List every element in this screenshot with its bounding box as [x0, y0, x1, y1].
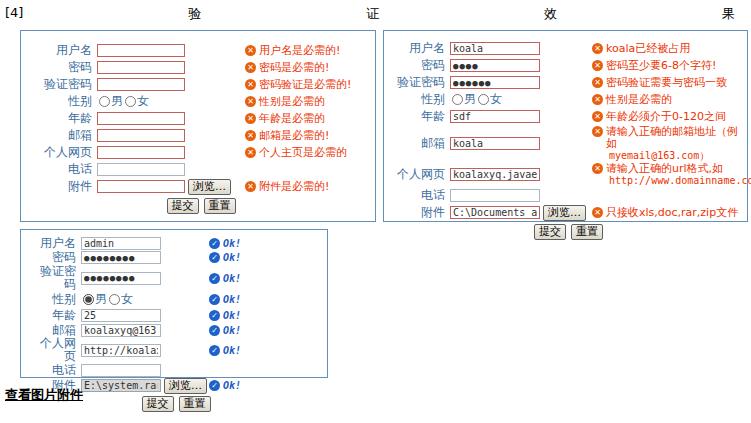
gender-female-label: 女: [137, 93, 149, 110]
page-title: [4] 验 证 效 果: [0, 0, 751, 23]
error-text: 密码是必需的!: [259, 62, 329, 74]
ok-icon: ✓: [209, 345, 220, 356]
validation-error: ✕密码至少要6-8个字符!: [592, 59, 716, 72]
browse-button[interactable]: 浏览…: [188, 179, 231, 195]
form-row: 附件 浏览… ✕只接收xls,doc,rar,zip文件: [392, 204, 745, 221]
error-text: 密码验证需要与密码一致: [606, 77, 727, 89]
error-text-line2: http://www.domainname.com: [606, 175, 751, 187]
error-text: 性别是必需的: [606, 94, 672, 106]
password-input[interactable]: [81, 251, 161, 264]
error-text: 密码验证是必需的!: [259, 79, 351, 91]
username-label: 用户名: [392, 42, 450, 55]
form-panel-valid: 用户名 ✓Ok! 密码 ✓Ok! 验证密码 ✓Ok! 性别 男女 ✓Ok! 年龄…: [20, 229, 328, 378]
error-text: 性别是必需的: [259, 96, 325, 108]
submit-button[interactable]: 提交: [142, 396, 174, 412]
validation-ok: ✓Ok!: [209, 344, 241, 357]
gender-male-radio[interactable]: [99, 96, 110, 107]
reset-button[interactable]: 重置: [571, 224, 603, 240]
attachment-input[interactable]: [81, 379, 161, 392]
error-icon: ✕: [592, 126, 603, 137]
validation-error: ✕个人主页是必需的: [245, 146, 347, 159]
email-label: 邮箱: [29, 324, 81, 337]
form-row: 性别 男女 ✕性别是必需的: [392, 91, 745, 108]
validation-error: ✕性别是必需的: [245, 95, 325, 108]
error-text-line2: myemail@163.com）: [606, 150, 745, 162]
website-input[interactable]: [97, 146, 185, 159]
view-image-attachment-link[interactable]: 查看图片附件: [5, 386, 83, 404]
password-input[interactable]: [97, 61, 185, 74]
form-row: 电话: [392, 187, 745, 204]
email-input[interactable]: [97, 129, 185, 142]
gender-female-radio[interactable]: [125, 96, 136, 107]
browse-button[interactable]: 浏览…: [543, 205, 586, 221]
age-label: 年龄: [392, 110, 450, 123]
error-icon: ✕: [592, 60, 603, 71]
attachment-input[interactable]: [97, 180, 185, 193]
attachment-input[interactable]: [450, 206, 540, 219]
phone-input[interactable]: [81, 364, 161, 377]
age-input[interactable]: [97, 112, 185, 125]
gender-label: 性别: [29, 293, 81, 306]
username-label: 用户名: [29, 237, 81, 250]
error-text: 邮箱是必需的!: [259, 130, 329, 142]
error-text: 年龄是必需的: [259, 113, 325, 125]
website-input[interactable]: [450, 168, 540, 181]
error-icon: ✕: [592, 207, 603, 218]
username-input[interactable]: [81, 237, 161, 250]
gender-male-radio[interactable]: [83, 294, 94, 305]
form-row: 性别 男女 ✕性别是必需的: [31, 93, 371, 110]
gender-female-radio[interactable]: [478, 94, 489, 105]
error-icon: ✕: [245, 45, 256, 56]
phone-label: 电话: [31, 163, 97, 176]
browse-button[interactable]: 浏览…: [164, 378, 207, 394]
validation-ok: ✓Ok!: [209, 324, 241, 337]
validation-ok: ✓Ok!: [209, 272, 241, 285]
age-label: 年龄: [29, 309, 81, 322]
phone-label: 电话: [392, 189, 450, 202]
username-input[interactable]: [450, 42, 540, 55]
confirm-password-input[interactable]: [97, 78, 185, 91]
validation-error: ✕密码验证是必需的!: [245, 78, 351, 91]
username-input[interactable]: [97, 44, 185, 57]
ok-icon: ✓: [209, 294, 220, 305]
email-input[interactable]: [81, 324, 161, 337]
gender-male-label: 男: [111, 93, 123, 110]
age-input[interactable]: [81, 309, 161, 322]
form-row: 密码 ✕密码是必需的!: [31, 59, 371, 76]
email-input[interactable]: [450, 137, 540, 150]
submit-button[interactable]: 提交: [534, 224, 566, 240]
error-text: 附件是必需的!: [259, 181, 329, 193]
reset-button[interactable]: 重置: [204, 198, 236, 214]
error-icon: ✕: [592, 163, 603, 174]
error-text: 请输入正确的url格式,如http://www.domainname.com: [606, 163, 751, 187]
phone-input[interactable]: [97, 163, 185, 176]
form-row: 电话: [31, 161, 371, 178]
validation-ok: ✓Ok!: [209, 251, 241, 264]
password-label: 密码: [29, 251, 81, 264]
error-icon: ✕: [592, 43, 603, 54]
ok-text: Ok!: [223, 345, 241, 357]
validation-error: ✕年龄是必需的: [245, 112, 325, 125]
form-row: 年龄 ✕年龄必须介于0-120之间: [392, 108, 745, 125]
confirm-password-input[interactable]: [450, 76, 540, 89]
form-row: 年龄 ✓Ok!: [29, 308, 323, 323]
password-label: 密码: [392, 59, 450, 72]
age-input[interactable]: [450, 110, 540, 123]
phone-input[interactable]: [450, 189, 540, 202]
submit-button[interactable]: 提交: [167, 198, 199, 214]
password-input[interactable]: [450, 59, 540, 72]
gender-female-radio[interactable]: [109, 294, 120, 305]
ok-text: Ok!: [223, 325, 241, 337]
form-row: 验证密码 ✕密码验证是必需的!: [31, 76, 371, 93]
error-text: 用户名是必需的!: [259, 45, 340, 57]
email-label: 邮箱: [392, 137, 450, 150]
website-label: 个人网页: [29, 337, 81, 363]
gender-male-radio[interactable]: [452, 94, 463, 105]
attachment-label: 附件: [392, 206, 450, 219]
reset-button[interactable]: 重置: [179, 396, 211, 412]
confirm-password-input[interactable]: [81, 272, 161, 285]
website-input[interactable]: [81, 344, 161, 357]
gender-female-label: 女: [121, 291, 133, 308]
gender-label: 性别: [392, 93, 450, 106]
error-text: 年龄必须介于0-120之间: [606, 111, 726, 123]
